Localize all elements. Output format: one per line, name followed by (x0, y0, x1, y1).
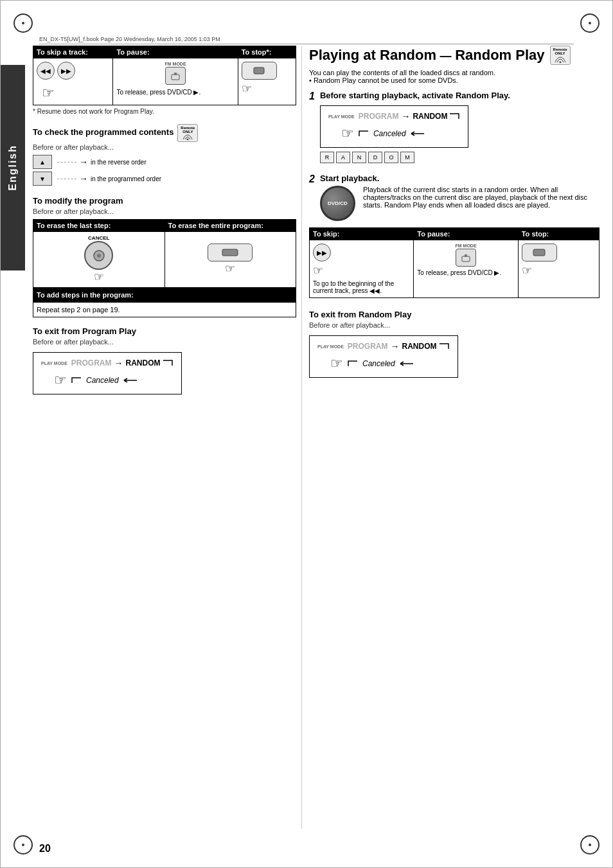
playing-at-random-text: Playing at Random — Random Play (309, 47, 545, 64)
step2-desc: Playback of the current disc starts in a… (363, 186, 600, 209)
canceled-text: Canceled (86, 376, 119, 385)
stop-button[interactable] (242, 62, 277, 80)
col-pause-cell: FM MODE To release, press DVD/CD ▶. (113, 58, 238, 105)
resume-note: * Resume does not work for Program Play. (33, 108, 296, 115)
skip-fwd-random-btn[interactable]: ▶▶ (313, 244, 331, 261)
fm-mode-btn-random[interactable]: FM MODE (417, 244, 514, 267)
random-intro-2: • Random Play cannot be used for some DV… (309, 76, 600, 84)
check-title: To check the programmed contents (33, 127, 173, 137)
fm-mode-body (165, 67, 186, 85)
down-button-group: ▼ (33, 172, 52, 186)
step1-num: 1 (309, 91, 315, 102)
sps-pause-text: To release, press DVD/CD ▶. (417, 269, 514, 276)
svg-rect-0 (172, 75, 179, 80)
exit-random-canceled: Canceled (362, 359, 395, 368)
right-arrow-2: → (79, 173, 88, 184)
step2-num: 2 (309, 173, 315, 185)
check-section: To check the programmed contents Remote … (33, 124, 296, 186)
arrow-left-icon (71, 376, 82, 384)
skip-hand-random: ☞ (313, 263, 410, 278)
exit-random-corner-icon (438, 342, 450, 350)
col-skip-header: To skip a track: (33, 46, 113, 58)
exit-program-section: To exit from Program Play Before or afte… (33, 326, 296, 394)
exit-program-title: To exit from Program Play (33, 326, 296, 336)
hand-canceled-row: ☞ Canceled (54, 372, 173, 389)
step1-return-icon (358, 130, 369, 137)
exit-random-return-icon (347, 360, 359, 368)
exit-program-diagram: PLAY MODE PROGRAM → RANDOM ☞ Cancele (33, 352, 182, 394)
add-steps-text: Repeat step 2 on page 19. (37, 306, 120, 314)
corner-target-tr (580, 13, 600, 33)
exit-random-random: RANDOM (402, 342, 437, 351)
down-btn[interactable]: ▼ (33, 172, 52, 186)
skip-buttons: ◀◀ ▶▶ ☞ (37, 62, 109, 102)
sps-pause-header: To pause: (414, 228, 518, 240)
stop-entire-button[interactable] (208, 244, 253, 261)
fm-mode-label: FM MODE (165, 62, 186, 66)
page: EN_DX-T5[UW]_f.book Page 20 Wednesday, M… (0, 0, 613, 868)
sps-skip-text: To go to the beginning of the current tr… (313, 280, 410, 294)
stop-entire-icon (221, 247, 239, 258)
col-skip-cell: ◀◀ ▶▶ ☞ (33, 58, 113, 105)
cancel-btn-group: CANCEL ☞ (37, 235, 161, 284)
add-steps-cell: Repeat step 2 on page 19. (33, 303, 296, 317)
exit-random-diagram: PLAY MODE PROGRAM → RANDOM ☞ Cancele (309, 335, 458, 378)
step1-canceled-row: ☞ Canceled (341, 125, 461, 142)
step1-play-label: PLAY MODE (328, 114, 355, 119)
skip-fwd-btn-random: ▶▶ (313, 244, 410, 261)
modify-section: To modify the program Before or after pl… (33, 196, 296, 317)
step2-row: 2 Start playback. DVD/CD Playback of the… (309, 173, 600, 221)
fm-mode-button[interactable]: FM MODE (116, 62, 234, 85)
exit-random-section: To exit from Random Play Before or after… (309, 310, 600, 378)
num-cell-3: N (352, 152, 366, 163)
stop-random-icon (532, 247, 546, 258)
exit-random-title: To exit from Random Play (309, 310, 600, 319)
exit-program-before-after: Before or after playback... (33, 338, 296, 346)
title-dash: — (440, 49, 452, 62)
dvd-cd-group: DVD/CD (320, 186, 355, 221)
exit-random-play-label: PLAY MODE (317, 344, 344, 349)
hand-illustration: ☞ (42, 85, 109, 102)
return-arrow-icon (123, 377, 138, 384)
up-button-group: ▲ (33, 155, 52, 169)
dvd-cd-label: DVD/CD (328, 200, 348, 206)
program-text: PROGRAM (71, 359, 112, 368)
skip-fwd-btn[interactable]: ▶▶ (57, 62, 75, 80)
header-bar: EN_DX-T5[UW]_f.book Page 20 Wednesday, M… (39, 36, 574, 44)
svg-rect-6 (222, 249, 238, 256)
fm-label-random: FM MODE (456, 244, 477, 248)
stop-hand-random: ☞ (522, 263, 596, 278)
column-divider (301, 46, 302, 829)
page-number: 20 (39, 843, 51, 855)
step1-canceled: Canceled (373, 129, 406, 138)
col-stop-cell: ☞ (238, 58, 296, 105)
step2-label: Start playback. (320, 173, 600, 183)
cancel-icon (93, 249, 105, 262)
step1-row: 1 Before starting playback, activate Ran… (309, 91, 600, 167)
prog-order-text: in the programmed order (91, 175, 161, 182)
num-cell-5: O (384, 152, 398, 163)
step1-corner-icon (449, 112, 460, 120)
num-cell-2: A (336, 152, 350, 163)
up-btn[interactable]: ▲ (33, 155, 52, 169)
num-cell-6: M (400, 152, 414, 163)
remote-only-badge-random: Remote ONLY (550, 46, 571, 65)
skip-back-btn[interactable]: ◀◀ (37, 62, 55, 80)
stop-random-btn[interactable] (522, 244, 557, 261)
reverse-order-row: ▲ → in the reverse order (33, 155, 296, 169)
step1-diagram: PLAY MODE PROGRAM → RANDOM ☞ (320, 105, 469, 148)
erase-last-cell: CANCEL ☞ (33, 232, 165, 288)
cancel-hand: ☞ (94, 270, 104, 284)
dvd-cd-button[interactable]: DVD/CD (320, 186, 355, 221)
step1-left-arrow-icon (410, 130, 425, 137)
cancel-btn[interactable] (84, 241, 113, 270)
main-content: To skip a track: To pause: To stop*: ◀◀ … (33, 46, 600, 829)
svg-point-3 (187, 139, 189, 141)
play-mode-label: PLAY MODE (41, 361, 67, 366)
svg-rect-1 (174, 73, 177, 75)
play-mode-row: PLAY MODE PROGRAM → RANDOM (41, 358, 173, 368)
check-before-after: Before or after playback... (33, 143, 296, 151)
step1-label: Before starting playback, activate Rando… (320, 91, 600, 100)
random-sps-table: To skip: To pause: To stop: ▶▶ ☞ To go t… (309, 227, 600, 298)
prog-order-row: ▼ → in the programmed order (33, 172, 296, 186)
